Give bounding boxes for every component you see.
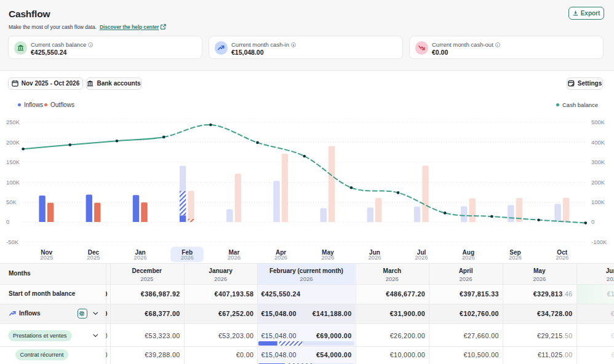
svg-text:-50K: -50K — [6, 239, 19, 245]
svg-text:0: 0 — [6, 218, 9, 225]
svg-text:2026: 2026 — [134, 254, 147, 261]
svg-text:200K: 200K — [591, 179, 605, 186]
svg-text:100K: 100K — [6, 179, 20, 186]
svg-text:400K: 400K — [591, 139, 605, 146]
svg-text:2026: 2026 — [415, 254, 428, 261]
svg-text:2025: 2025 — [40, 254, 53, 261]
svg-text:2026: 2026 — [228, 254, 241, 261]
svg-text:2026: 2026 — [368, 254, 381, 261]
svg-text:2026: 2026 — [556, 254, 568, 261]
svg-text:2026: 2026 — [274, 254, 287, 261]
svg-text:2026: 2026 — [509, 254, 522, 261]
svg-text:2025: 2025 — [87, 254, 100, 261]
svg-text:150K: 150K — [6, 159, 20, 165]
svg-text:100K: 100K — [591, 199, 605, 205]
svg-text:2026: 2026 — [462, 254, 475, 261]
svg-text:2026: 2026 — [181, 254, 194, 261]
svg-text:2026: 2026 — [321, 254, 334, 261]
svg-text:250K: 250K — [6, 119, 20, 125]
svg-text:200K: 200K — [6, 139, 20, 146]
svg-text:50K: 50K — [6, 199, 17, 205]
svg-text:-100K: -100K — [591, 239, 607, 245]
svg-text:500K: 500K — [591, 119, 605, 125]
svg-text:300K: 300K — [591, 159, 605, 165]
svg-text:0: 0 — [591, 218, 594, 225]
